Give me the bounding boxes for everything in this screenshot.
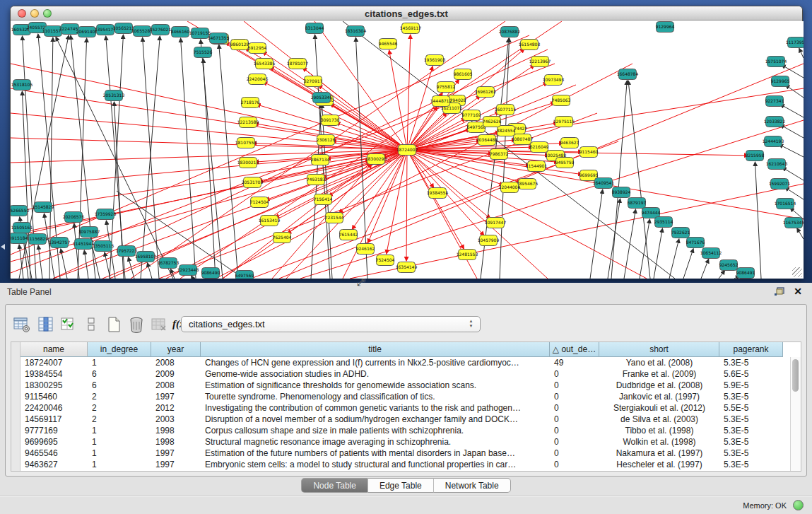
graph-node-12975115[interactable]: 12975115 [553,117,575,127]
table-select-dropdown[interactable]: citations_edges.txt ▲▼ [181,316,481,332]
graph-node-7485063[interactable]: 7485063 [552,95,571,106]
graph-node-5912954[interactable]: 5912954 [248,43,267,54]
table-settings-button[interactable] [13,316,31,333]
graph-node-16210643[interactable]: 16210643 [766,159,788,170]
graph-node-9777169[interactable]: 9777169 [462,110,481,121]
graph-node-7615442[interactable]: 7615442 [339,230,358,240]
graph-node-16958107[interactable]: 16958107 [135,252,157,262]
column-header-year[interactable]: year [151,342,201,357]
graph-node-12481553[interactable]: 12481553 [457,250,478,260]
graph-node-14448712[interactable]: 14448712 [430,96,452,107]
network-window[interactable]: citations_edges.txt 18724007766382298601… [10,6,803,278]
network-canvas[interactable]: 1872400776638229860128591295416543386224… [11,21,804,279]
graph-node-20364486[interactable]: 20364486 [476,135,498,146]
graph-node-7156414[interactable]: 7156414 [314,194,333,205]
graph-node-7124504[interactable]: 7124504 [250,197,269,208]
graph-node-9246162[interactable]: 9246162 [356,244,375,255]
table-row[interactable]: 969969511998Structural magnetic resonanc… [20,436,789,448]
graph-node-9086491[interactable]: 9086491 [736,268,755,279]
column-header-name[interactable]: name [20,342,88,357]
graph-node-17016514[interactable]: 17016514 [775,199,796,209]
show-column-button[interactable] [37,316,55,333]
graph-node-12213589[interactable]: 12213589 [237,117,259,128]
graph-node-12923448[interactable]: 12923448 [177,265,199,276]
row-height-button[interactable] [82,316,100,333]
graph-node-8466160[interactable]: 8466160 [171,27,190,37]
graph-node-10807487[interactable]: 10807487 [512,134,534,145]
graph-node-3915184[interactable]: 3915184 [11,233,28,244]
column-header-in_degree[interactable]: in_degree [88,342,151,357]
graph-node-9129965[interactable]: 9129965 [771,76,790,87]
graph-node-7625404[interactable]: 7625404 [273,233,292,243]
graph-node-9861605[interactable]: 9861605 [454,69,473,80]
memory-status-indicator[interactable] [793,500,804,510]
graph-node-7515526[interactable]: 7515526 [194,47,213,58]
graph-node-9463627[interactable]: 9463627 [560,138,579,148]
graph-node-9129964[interactable]: 9129964 [656,22,675,33]
panel-collapse-arrow-icon[interactable] [1,244,5,250]
graph-node-9495759[interactable]: 9495759 [555,158,575,168]
scrollbar-thumb[interactable] [792,359,799,392]
graph-node-13505115[interactable]: 13505115 [93,241,114,252]
table-row[interactable]: 1872400712008Changes of HCN gene express… [20,357,789,368]
graph-node-22420046[interactable]: 22420046 [247,74,269,85]
graph-node-18316304[interactable]: 18316304 [345,26,367,37]
graph-node-11451944[interactable]: 11451944 [73,239,95,250]
graph-node-2718176[interactable]: 2718176 [241,98,260,108]
table-row[interactable]: 1938455462009Genome-wide association stu… [20,368,789,380]
graph-node-10457909[interactable]: 10457909 [478,235,500,246]
graph-node-20531703[interactable]: 20531703 [242,177,264,188]
graph-node-18300295[interactable]: 18300295 [365,154,387,165]
graph-node-3091730[interactable]: 3091730 [321,115,340,126]
graph-node-6497569[interactable]: 6497569 [235,271,254,279]
graph-node-9860128[interactable]: 9860128 [230,40,249,50]
graph-node-16153419[interactable]: 16153419 [259,216,281,226]
network-window-titlebar[interactable]: citations_edges.txt [11,6,802,21]
graph-node-10654112[interactable]: 10654112 [700,248,722,259]
tab-edge-table[interactable]: Edge Table [368,478,434,493]
graph-node-14671355[interactable]: 14671355 [208,33,230,44]
graph-node-13942757[interactable]: 13942757 [49,238,71,248]
float-window-icon[interactable] [774,287,785,297]
graph-node-9245652[interactable]: 9245652 [719,260,739,271]
column-header-pagerank[interactable]: pagerank [719,342,783,357]
graph-node-16961262[interactable]: 16961262 [475,87,497,98]
table-row[interactable]: 946362711997Embryonic stem cells: a mode… [20,459,789,470]
graph-node-2867134[interactable]: 2867134 [311,155,330,165]
graph-node-12444193[interactable]: 12444193 [763,136,784,147]
graph-node-10973493[interactable]: 10973493 [543,75,565,86]
table-row[interactable]: 977716911998Corpus callosum shape and si… [20,425,789,436]
graph-node-7462626[interactable]: 7462626 [483,117,502,127]
graph-node-20876882[interactable]: 20876882 [499,27,521,37]
graph-node-18781077[interactable]: 18781077 [287,59,309,69]
graph-node-11156829[interactable]: 11156829 [27,234,49,245]
graph-node-14569117[interactable]: 14569117 [400,23,422,34]
close-panel-icon[interactable]: ✕ [794,286,802,297]
graph-node-11675345[interactable]: 11675345 [783,218,804,228]
graph-node-7524504[interactable]: 7524504 [376,255,395,266]
graph-node-6879197[interactable]: 6879197 [628,198,647,209]
graph-node-10917447[interactable]: 10917447 [485,218,507,228]
window-resize-grip[interactable] [792,267,802,277]
graph-node-6216049[interactable]: 6216049 [530,142,549,153]
graph-node-16409541[interactable]: 16409541 [593,178,615,189]
graph-node-7986372[interactable]: 7986372 [490,149,509,160]
graph-node-25266550[interactable]: 25266550 [11,206,29,216]
graph-node-16782753[interactable]: 16782753 [158,258,180,269]
graph-node-18724007[interactable]: 18724007 [396,145,418,156]
table-row[interactable]: 1456911722003Disruption of a novel membe… [20,414,789,425]
table-row[interactable]: 911546021997Tourette syndrome. Phenomeno… [20,391,789,402]
graph-node-30975887[interactable]: 30975887 [78,227,100,238]
graph-node-7493183[interactable]: 7493183 [307,175,326,185]
graph-node-15318105[interactable]: 15318105 [11,80,33,90]
graph-node-3270917[interactable]: 3270917 [304,76,323,87]
graph-node-8471676[interactable]: 8471676 [686,238,705,248]
graph-node-7231544[interactable]: 7231544 [325,213,344,223]
graph-node-15145829[interactable]: 15145829 [33,202,54,213]
graph-node-8313044[interactable]: 8313044 [305,23,324,34]
graph-node-2935114[interactable]: 2935114 [654,217,673,228]
graph-node-29053346[interactable]: 29053346 [311,93,333,103]
graph-node-11544901[interactable]: 11544901 [526,161,548,172]
graph-node-20531313[interactable]: 20531313 [103,90,125,101]
graph-node-16354149[interactable]: 16354149 [396,262,418,273]
